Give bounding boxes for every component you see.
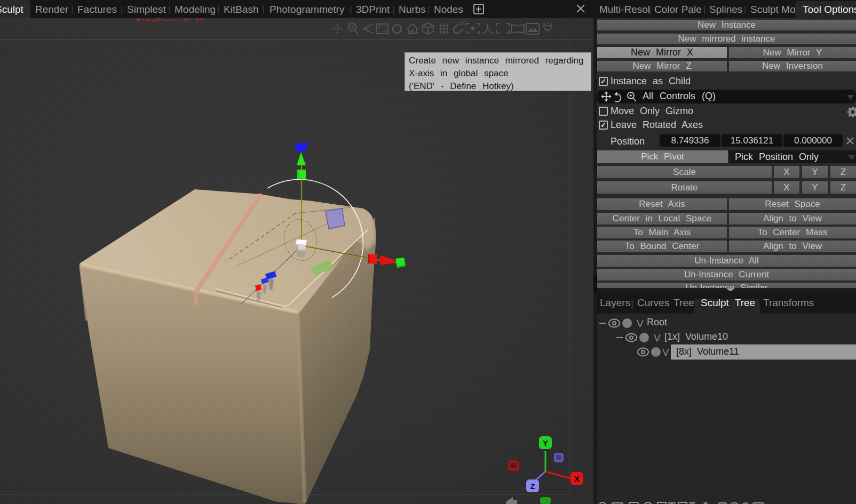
svg-text:Z: Z [530,482,535,491]
svg-text:V: V [637,318,644,329]
svg-text:3D: 3D [459,20,466,26]
svg-text:Y: Y [543,438,548,447]
svg-text:V: V [654,332,661,343]
svg-text:V: V [662,347,669,358]
svg-text:X: X [574,474,580,483]
